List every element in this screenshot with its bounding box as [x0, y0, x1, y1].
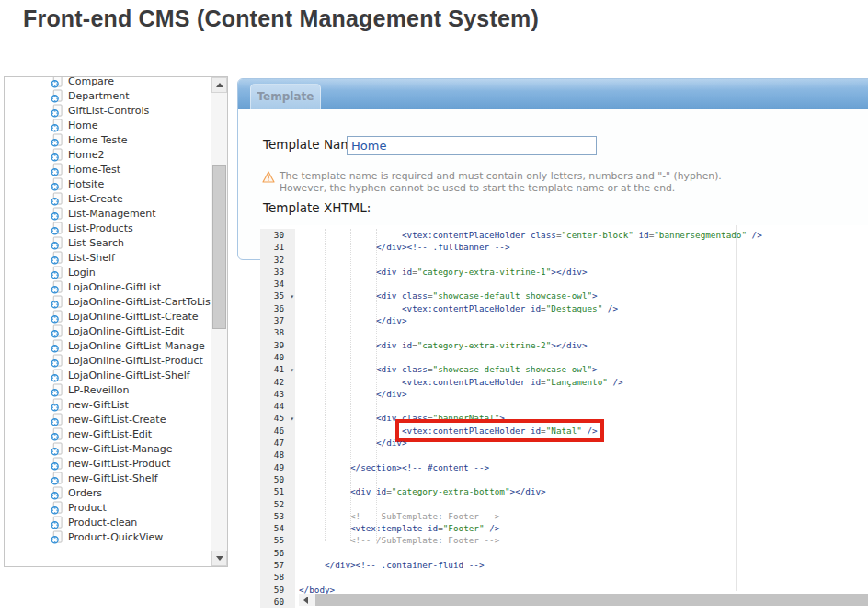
line-number: 55	[260, 534, 295, 546]
code-line[interactable]: 57 </div><!-- .container-fluid -->	[260, 559, 868, 571]
template-doc-icon	[51, 310, 63, 324]
template-tree-item[interactable]: new-GiftList-Create	[5, 412, 211, 426]
template-tree-item[interactable]: Home Teste	[5, 132, 211, 147]
template-tree-item[interactable]: LojaOnline-GiftList-Manage	[5, 338, 211, 353]
template-name-label: new-GiftList-Manage	[68, 443, 173, 455]
template-name-label: LojaOnline-GiftList-CartToList	[68, 296, 214, 308]
code-text	[295, 254, 299, 266]
line-number: 31	[260, 241, 295, 253]
template-tree-item[interactable]: Product-QuickView	[5, 529, 211, 544]
line-number: 36	[260, 302, 295, 314]
template-name-label: new-GiftList-Edit	[68, 428, 152, 440]
template-tree-item[interactable]: List-Shelf	[5, 250, 211, 265]
template-tree-item[interactable]: List-Search	[5, 235, 211, 250]
code-line[interactable]: 50	[260, 473, 868, 485]
line-number: 42	[260, 376, 295, 388]
template-name-label: List-Products	[68, 222, 133, 234]
code-text: <vtex:contentPlaceHolder class="center-b…	[295, 229, 762, 241]
template-tree-item[interactable]: Home2	[5, 147, 211, 162]
template-tree-item[interactable]: Product-clean	[5, 515, 211, 529]
code-line[interactable]: 43 </div>	[260, 388, 868, 400]
code-line[interactable]: 45▾ <div class="bannerNatal">	[260, 412, 868, 424]
code-line[interactable]: 58	[260, 571, 868, 583]
template-tree-item[interactable]: Department	[5, 88, 211, 103]
scrollbar-thumb[interactable]	[212, 165, 226, 329]
template-tree-item[interactable]: List-Create	[5, 191, 211, 206]
template-tree-item[interactable]: new-GiftList-Manage	[5, 441, 211, 456]
template-tree-item[interactable]: Home	[5, 118, 211, 132]
code-line[interactable]: 42 <vtex:contentPlaceHolder id="Lançamen…	[260, 376, 868, 388]
template-tree-item[interactable]: LP-Reveillon	[5, 382, 211, 397]
code-line[interactable]: 44	[260, 400, 868, 412]
template-tree-item[interactable]: new-GiftList-Product	[5, 456, 211, 471]
template-doc-icon	[51, 104, 63, 118]
code-line[interactable]: 33 <div id="category-extra-vitrine-1"></…	[260, 266, 868, 278]
template-tree-item[interactable]: LojaOnline-GiftList-CartToList	[5, 294, 211, 309]
template-doc-icon	[51, 89, 63, 103]
scroll-up-button[interactable]	[211, 77, 227, 93]
template-tree-item[interactable]: Login	[5, 265, 211, 279]
panel-header: Template	[238, 79, 868, 109]
code-line[interactable]: 51 <div id="category-extra-bottom"></div…	[260, 485, 868, 497]
fold-arrow-icon[interactable]: ▾	[290, 290, 294, 302]
code-line[interactable]: 52	[260, 498, 868, 510]
code-line[interactable]: 48	[260, 449, 868, 460]
code-line[interactable]: 46 <vtex:contentPlaceHolder id="Natal" /…	[260, 425, 868, 437]
code-line[interactable]: 53 <!-- SubTemplate: Footer -->	[260, 510, 868, 522]
template-tree-item[interactable]: LojaOnline-GiftList-Product	[5, 353, 211, 368]
hscrollbar-thumb[interactable]	[315, 594, 868, 606]
template-tree-item[interactable]: Compare	[5, 76, 211, 88]
template-tree-item[interactable]: new-GiftList-Edit	[5, 426, 211, 441]
code-line[interactable]: 41▾ <div class="showcase-default showcas…	[260, 363, 868, 375]
template-tree-item[interactable]: List-Management	[5, 206, 211, 221]
template-name-label: LojaOnline-GiftList	[68, 281, 161, 293]
tab-template[interactable]: Template	[250, 84, 321, 109]
template-tree-item[interactable]: LojaOnline-GiftList-Shelf	[5, 368, 211, 382]
code-line[interactable]: 38	[260, 326, 868, 338]
code-line[interactable]: 32	[260, 254, 868, 266]
scroll-down-button[interactable]	[211, 551, 227, 566]
template-tree-item[interactable]: new-GiftList	[5, 397, 211, 412]
template-tree-item[interactable]: LojaOnline-GiftList-Create	[5, 309, 211, 324]
code-line[interactable]: 39 <div id="category-extra-vitrine-2"></…	[260, 339, 868, 351]
code-line[interactable]: 36 <vtex:contentPlaceHolder id="Destaque…	[260, 302, 868, 314]
code-line[interactable]: 31 </div><!-- .fullbanner -->	[260, 241, 868, 253]
template-tree-item[interactable]: List-Products	[5, 221, 211, 235]
template-tree-item[interactable]: Home-Test	[5, 162, 211, 176]
template-name-label: Department	[68, 90, 130, 102]
template-doc-icon	[51, 398, 63, 412]
template-doc-icon	[51, 236, 63, 250]
code-editor[interactable]: 30 <vtex:contentPlaceHolder class="cente…	[260, 225, 868, 608]
template-name-label: GiftList-Controls	[68, 105, 149, 117]
template-doc-icon	[51, 427, 63, 441]
code-text	[295, 400, 299, 412]
code-line[interactable]: 47 </div>	[260, 437, 868, 449]
template-tree-item[interactable]: LojaOnline-GiftList	[5, 279, 211, 294]
code-line[interactable]: 35▾ <div class="showcase-default showcas…	[260, 290, 868, 301]
code-line[interactable]: 40	[260, 351, 868, 363]
template-tree-item[interactable]: LojaOnline-GiftList-Edit	[5, 324, 211, 338]
code-line[interactable]: 37 </div>	[260, 314, 868, 326]
template-name-input[interactable]	[347, 136, 597, 155]
template-tree-item[interactable]: GiftList-Controls	[5, 103, 211, 118]
template-tree: Compare Department GiftList-Controls Hom…	[5, 76, 211, 544]
code-line[interactable]: 55 <!-- /SubTemplate: Footer -->	[260, 534, 868, 546]
code-line[interactable]: 56	[260, 547, 868, 559]
template-tree-item[interactable]: new-GiftList-Shelf	[5, 471, 211, 485]
fold-arrow-icon[interactable]: ▾	[290, 364, 294, 376]
code-line[interactable]: 34	[260, 278, 868, 290]
line-number: 49	[260, 461, 295, 473]
code-line[interactable]: 54 <vtex:template id="Footer" />	[260, 522, 868, 534]
editor-hscrollbar[interactable]	[299, 594, 868, 606]
code-line[interactable]: 30 <vtex:contentPlaceHolder class="cente…	[260, 229, 868, 241]
template-tree-item[interactable]: Product	[5, 500, 211, 515]
sidebar-scrollbar[interactable]	[211, 77, 227, 566]
template-tree-item[interactable]: Orders	[5, 485, 211, 500]
template-tree-item[interactable]: Hotsite	[5, 176, 211, 191]
fold-arrow-icon[interactable]: ▾	[290, 413, 294, 425]
template-doc-icon	[51, 354, 63, 368]
scroll-left-button[interactable]	[299, 594, 312, 606]
line-number: 44	[260, 400, 295, 412]
line-number: 48	[260, 449, 295, 460]
code-line[interactable]: 49 </section><!-- #content -->	[260, 461, 868, 473]
